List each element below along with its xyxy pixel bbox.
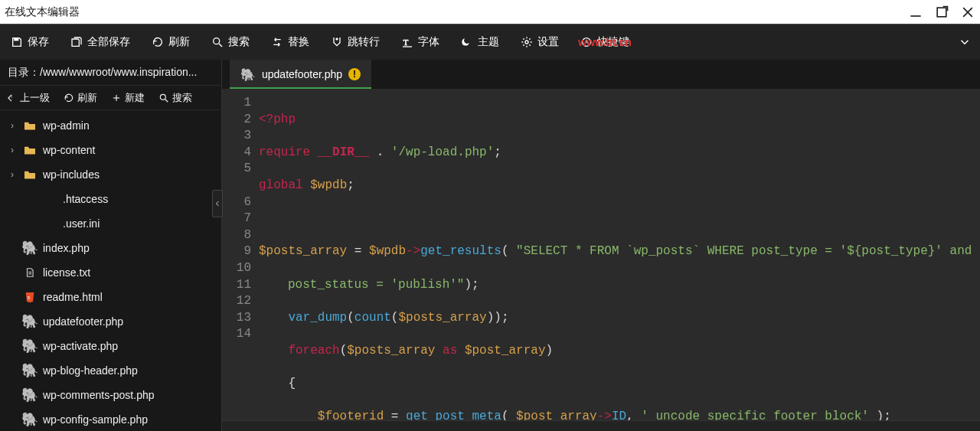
sidebar-toolbar: 上一级 刷新 新建 搜索 xyxy=(0,86,221,110)
blank-icon xyxy=(43,217,57,230)
replace-label: 替换 xyxy=(288,35,309,49)
file-row[interactable]: 🐘wp-comments-post.php xyxy=(0,383,221,407)
folder-icon xyxy=(23,168,37,181)
php-icon: 🐘 xyxy=(240,67,256,82)
save-button[interactable]: 保存 xyxy=(0,24,60,60)
sidebar-search-button[interactable]: 搜索 xyxy=(158,91,192,105)
folder-row[interactable]: ›wp-includes xyxy=(0,162,221,187)
line-number xyxy=(222,178,251,194)
line-number: 4 xyxy=(222,145,251,162)
php-icon: 🐘 xyxy=(23,413,37,426)
php-icon: 🐘 xyxy=(23,388,37,402)
tabs-bar: 🐘 updatefooter.php ! xyxy=(222,60,980,89)
title-bar: 在线文本编辑器 xyxy=(0,0,980,24)
file-name-label: wp-content xyxy=(43,144,95,156)
sidebar: 目录：/www/wwwroot/www.inspiration... 上一级 刷… xyxy=(0,60,222,431)
sidebar-refresh-label: 刷新 xyxy=(77,91,97,105)
expand-chevron-icon[interactable]: › xyxy=(8,145,17,155)
blank-icon xyxy=(43,192,57,206)
tab-updatefooter[interactable]: 🐘 updatefooter.php ! xyxy=(230,60,371,89)
folder-icon xyxy=(23,119,37,132)
file-row[interactable]: .user.ini xyxy=(0,211,221,236)
file-row[interactable]: .htaccess xyxy=(0,187,221,211)
file-name-label: index.php xyxy=(43,242,90,254)
line-number: 5 xyxy=(222,161,251,178)
line-number: 1 xyxy=(222,95,251,112)
line-number: 9 xyxy=(222,243,251,260)
line-number: 11 xyxy=(222,277,251,294)
folder-icon xyxy=(23,143,37,157)
folder-row[interactable]: ›wp-content xyxy=(0,138,221,162)
theme-button[interactable]: 主题 xyxy=(450,24,510,60)
file-row[interactable]: 🐘updatefooter.php xyxy=(0,309,221,334)
settings-button[interactable]: 设置 xyxy=(510,24,570,60)
file-row[interactable]: 🐘wp-config-sample.php xyxy=(0,407,221,431)
line-number: 14 xyxy=(222,326,251,343)
line-gutter: 1234567891011121314 xyxy=(222,89,256,420)
shortcut-label: 快捷键 xyxy=(597,35,629,49)
horizontal-scrollbar[interactable] xyxy=(222,420,980,431)
window-title: 在线文本编辑器 xyxy=(5,5,908,19)
goto-line-button[interactable]: 跳转行 xyxy=(320,24,390,60)
warning-icon: ! xyxy=(348,68,361,80)
file-row[interactable]: license.txt xyxy=(0,260,221,285)
minimize-icon[interactable] xyxy=(908,5,923,20)
line-number: 13 xyxy=(222,310,251,327)
settings-label: 设置 xyxy=(537,35,559,49)
file-row[interactable]: 🐘wp-blog-header.php xyxy=(0,358,221,383)
sidebar-refresh-button[interactable]: 刷新 xyxy=(64,91,97,105)
svg-line-15 xyxy=(165,99,168,102)
php-icon: 🐘 xyxy=(23,241,37,255)
svg-rect-4 xyxy=(15,38,18,41)
save-all-label: 全部保存 xyxy=(87,35,130,49)
maximize-icon[interactable] xyxy=(934,5,949,20)
file-name-label: wp-blog-header.php xyxy=(43,364,138,377)
file-row[interactable]: 🐘index.php xyxy=(0,236,221,260)
file-name-label: wp-config-sample.php xyxy=(43,413,148,426)
tab-label: updatefooter.php xyxy=(262,68,342,80)
main-split: 目录：/www/wwwroot/www.inspiration... 上一级 刷… xyxy=(0,60,980,431)
up-level-button[interactable]: 上一级 xyxy=(6,91,50,105)
file-name-label: license.txt xyxy=(43,266,90,279)
new-label: 新建 xyxy=(125,91,145,105)
code-content[interactable]: <?php require __DIR__ . '/wp-load.php'; … xyxy=(256,89,980,420)
file-tree: ›wp-admin›wp-content›wp-includes.htacces… xyxy=(0,110,221,431)
folder-row[interactable]: ›wp-admin xyxy=(0,113,221,138)
close-icon[interactable] xyxy=(960,5,975,20)
file-name-label: updatefooter.php xyxy=(43,315,123,328)
editor-area: 🐘 updatefooter.php ! 1234567891011121314… xyxy=(222,60,980,431)
line-number: 3 xyxy=(222,128,251,145)
line-number: 6 xyxy=(222,194,251,211)
font-button[interactable]: T 字体 xyxy=(390,24,450,60)
doc-icon xyxy=(23,266,37,279)
svg-point-7 xyxy=(336,38,338,41)
search-button[interactable]: 搜索 xyxy=(201,24,260,60)
file-row[interactable]: 5readme.html xyxy=(0,285,221,309)
line-number: 2 xyxy=(222,112,251,129)
line-number: 10 xyxy=(222,260,251,277)
replace-button[interactable]: 替换 xyxy=(260,24,320,60)
current-path[interactable]: 目录：/www/wwwroot/www.inspiration... xyxy=(0,60,221,86)
goto-label: 跳转行 xyxy=(348,35,380,49)
sidebar-collapse-handle[interactable] xyxy=(212,190,223,217)
refresh-button[interactable]: 刷新 xyxy=(141,24,201,60)
php-icon: 🐘 xyxy=(23,364,37,377)
html-icon: 5 xyxy=(23,290,37,304)
file-row[interactable]: 🐘wp-activate.php xyxy=(0,334,221,358)
line-number: 7 xyxy=(222,211,251,227)
font-label: 字体 xyxy=(418,35,439,49)
up-label: 上一级 xyxy=(20,91,50,105)
new-button[interactable]: 新建 xyxy=(111,91,145,105)
search-label: 搜索 xyxy=(228,35,250,49)
shortcut-button[interactable]: 快捷键 www.bt.cn xyxy=(570,24,640,60)
expand-chevron-icon[interactable]: › xyxy=(8,120,17,131)
save-all-button[interactable]: 全部保存 xyxy=(60,24,141,60)
file-name-label: wp-activate.php xyxy=(43,340,118,352)
file-name-label: wp-admin xyxy=(43,119,90,132)
expand-chevron-icon[interactable]: › xyxy=(8,169,17,180)
svg-line-6 xyxy=(219,44,222,47)
toolbar-more-button[interactable] xyxy=(949,24,980,60)
file-name-label: readme.html xyxy=(43,291,103,303)
code-editor[interactable]: 1234567891011121314 <?php require __DIR_… xyxy=(222,89,980,420)
file-name-label: .htaccess xyxy=(63,193,108,205)
